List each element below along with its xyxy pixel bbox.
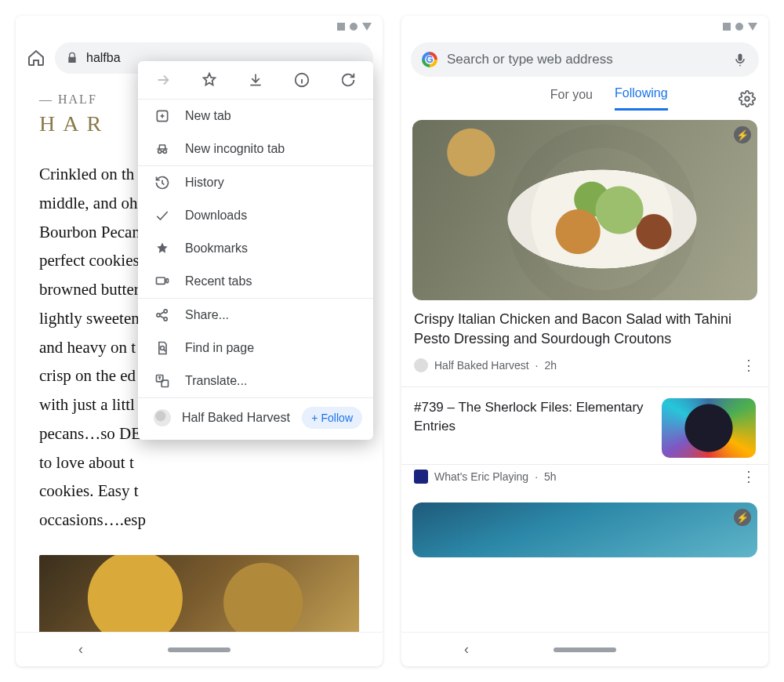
svg-point-2 xyxy=(158,150,162,153)
svg-point-12 xyxy=(745,96,750,101)
menu-translate[interactable]: Translate... xyxy=(138,365,373,397)
menu-history[interactable]: History xyxy=(138,166,373,199)
card-meta: What's Eric Playing · 5h ⋮ xyxy=(401,465,768,493)
status-bar xyxy=(401,16,768,38)
status-circle-icon xyxy=(350,23,358,31)
source-favicon xyxy=(414,358,428,372)
card-hero-image: ⚡ xyxy=(412,120,757,300)
home-pill-icon[interactable] xyxy=(168,648,230,652)
menu-label: History xyxy=(185,176,224,190)
card-meta: Half Baked Harvest · 2h ⋮ xyxy=(401,354,768,379)
home-pill-icon[interactable] xyxy=(554,648,616,652)
menu-icon-row xyxy=(138,61,373,100)
forward-icon[interactable] xyxy=(154,71,172,89)
info-icon[interactable] xyxy=(292,71,311,89)
status-circle-icon xyxy=(735,23,743,31)
refresh-icon[interactable] xyxy=(339,71,358,89)
svg-rect-5 xyxy=(166,279,169,283)
lock-icon xyxy=(66,52,78,64)
tab-for-you[interactable]: For you xyxy=(550,88,593,110)
card-title: Crispy Italian Chicken and Bacon Salad w… xyxy=(401,300,768,354)
translate-icon xyxy=(154,373,171,389)
menu-downloads[interactable]: Downloads xyxy=(138,199,373,232)
system-nav-bar: ‹ xyxy=(16,632,383,666)
plus-icon: + xyxy=(311,412,318,424)
card-thumbnail xyxy=(662,398,756,458)
history-icon xyxy=(154,175,171,190)
phone-right: Search or type web address For you Follo… xyxy=(401,16,768,666)
phone-left: halfba HALF HAR Crinkled on th middle, a… xyxy=(16,16,383,666)
status-square-icon xyxy=(723,23,731,31)
feed-card[interactable]: ⚡ xyxy=(412,502,757,557)
feed-card[interactable]: #739 – The Sherlock Files: Elementary En… xyxy=(401,387,768,465)
menu-incognito[interactable]: New incognito tab xyxy=(138,132,373,165)
card-title: #739 – The Sherlock Files: Elementary En… xyxy=(414,398,652,436)
menu-find[interactable]: Find in page xyxy=(138,332,373,365)
recent-tabs-icon xyxy=(154,274,171,289)
card-source: Half Baked Harvest xyxy=(434,359,529,372)
menu-recent-tabs[interactable]: Recent tabs xyxy=(138,265,373,298)
overflow-dots-icon[interactable]: ⋮ xyxy=(742,357,756,374)
site-favicon xyxy=(154,409,171,426)
bookmark-star-icon xyxy=(154,241,171,256)
menu-new-tab[interactable]: New tab xyxy=(138,100,373,132)
svg-rect-4 xyxy=(157,278,165,284)
status-triangle-icon xyxy=(362,23,372,31)
back-chevron-icon[interactable]: ‹ xyxy=(464,641,469,658)
feed-tabs: For you Following xyxy=(401,77,768,111)
system-nav-bar: ‹ xyxy=(401,632,768,666)
tab-following[interactable]: Following xyxy=(615,86,668,111)
card-time: 2h xyxy=(545,359,557,372)
feed: ⚡ Crispy Italian Chicken and Bacon Salad… xyxy=(401,111,768,632)
new-tab-icon xyxy=(154,108,171,124)
home-button[interactable] xyxy=(25,47,47,69)
status-square-icon xyxy=(337,23,345,31)
download-icon[interactable] xyxy=(246,71,265,89)
status-bar xyxy=(16,16,383,38)
amp-badge-icon: ⚡ xyxy=(734,126,751,143)
mic-icon[interactable] xyxy=(732,52,748,67)
menu-label: New tab xyxy=(185,109,231,123)
source-favicon xyxy=(414,470,428,484)
card-time: 5h xyxy=(544,470,557,483)
amp-badge-icon: ⚡ xyxy=(734,509,751,526)
dot-sep: · xyxy=(535,470,538,483)
share-icon xyxy=(154,307,171,323)
blog-hero-image xyxy=(39,555,359,632)
google-logo-icon xyxy=(422,52,437,67)
check-icon xyxy=(154,208,171,223)
dot-sep: · xyxy=(535,359,539,372)
svg-point-3 xyxy=(163,150,166,153)
search-placeholder: Search or type web address xyxy=(447,52,723,67)
follow-label: Follow xyxy=(321,412,353,424)
back-chevron-icon[interactable]: ‹ xyxy=(78,641,83,658)
menu-share[interactable]: Share... xyxy=(138,299,373,332)
overflow-menu: New tab New incognito tab History Downlo… xyxy=(138,61,373,440)
menu-label: Bookmarks xyxy=(185,241,248,256)
menu-label: Translate... xyxy=(185,374,247,388)
search-bar[interactable]: Search or type web address xyxy=(411,42,759,77)
menu-follow-site: Half Baked Harvest + Follow xyxy=(138,398,373,440)
card-source: What's Eric Playing xyxy=(434,470,528,483)
menu-label: Recent tabs xyxy=(185,274,252,288)
menu-label: New incognito tab xyxy=(185,142,285,156)
menu-label: Find in page xyxy=(185,341,254,355)
follow-button[interactable]: + Follow xyxy=(302,407,362,429)
star-icon[interactable] xyxy=(200,71,219,89)
menu-label: Share... xyxy=(185,308,229,322)
overflow-dots-icon[interactable]: ⋮ xyxy=(742,468,756,485)
status-triangle-icon xyxy=(748,23,757,31)
find-in-page-icon xyxy=(154,340,171,356)
menu-bookmarks[interactable]: Bookmarks xyxy=(138,232,373,265)
address-text: halfba xyxy=(86,51,121,65)
menu-label: Downloads xyxy=(185,209,247,223)
follow-site-name: Half Baked Harvest xyxy=(182,411,291,425)
incognito-icon xyxy=(154,141,171,157)
feed-card[interactable]: ⚡ Crispy Italian Chicken and Bacon Salad… xyxy=(401,120,768,387)
gear-icon[interactable] xyxy=(739,90,756,107)
